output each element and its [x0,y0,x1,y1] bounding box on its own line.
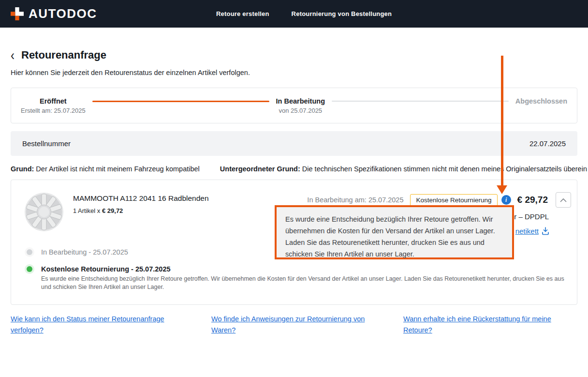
timeline-item-in-bearbeitung: In Bearbeitung - 25.07.2025 [27,248,128,256]
reason-value: Der Artikel ist nicht mit meinem Fahrzeu… [36,165,199,173]
timeline-text: In Bearbeitung - 25.07.2025 [41,248,128,256]
order-date: 22.07.2025 [529,139,566,148]
faq-link[interactable]: Wann erhalte ich eine Rückerstattung für… [403,315,551,334]
return-progress-card: Eröffnet Erstellt am: 25.07.2025 In Bear… [11,88,577,123]
faq-link[interactable]: Wo finde ich Anweisungen zur Retournieru… [211,315,365,334]
reason-sub: Untergeordneter Grund: Die technischen S… [220,165,587,173]
annotation-arrow-head [497,185,507,194]
annotation-arrow-line [501,56,503,185]
return-label-link-text[interactable]: netikett [515,227,539,235]
collapse-button[interactable] [556,192,571,208]
step-label: Eröffnet [40,97,67,105]
autodoc-logo[interactable]: AUTODOC [11,0,97,28]
faq-link-status: Wie kann ich den Status meiner Retourena… [11,314,181,336]
top-navigation-bar: AUTODOC Retoure erstellen Retournierung … [0,0,588,28]
download-icon [542,227,549,235]
info-icon[interactable]: i [501,195,511,205]
nav-retournierung-von-bestellungen[interactable]: Retournierung von Bestellungen [292,10,392,17]
chevron-up-icon [560,198,567,202]
progress-step-abgeschlossen: Abgeschlossen [515,97,567,105]
progress-line-todo [332,101,509,102]
back-icon[interactable]: ‹ [11,48,15,62]
timeline-item-kostenlose-retournierung: Kostenlose Retournierung - 25.07.2025 [27,265,171,273]
step-label: Abgeschlossen [515,97,567,105]
status-date: In Bearbeitung am: 25.07.2025 [307,196,403,204]
nav-retoure-erstellen[interactable]: Retoure erstellen [216,10,269,17]
reason-label: Grund: [11,165,34,173]
autodoc-plus-icon [11,7,24,20]
page-head: ‹ Retourenanfrage [11,49,106,61]
faq-link-anweisungen: Wo finde ich Anweisungen zur Retournieru… [211,314,382,336]
progress-step-in-bearbeitung: In Bearbeitung von 25.07.2025 [276,97,325,114]
timeline-description: Es wurde eine Entscheidung bezüglich Ihr… [41,275,567,291]
top-nav: Retoure erstellen Retournierung von Best… [216,0,392,28]
progress-line-done [92,101,269,102]
page-root: AUTODOC Retoure erstellen Retournierung … [0,0,588,377]
product-image-wheel-cover[interactable] [23,191,65,233]
quantity-prefix: 1 Artikel x [73,207,102,214]
timeline-dot-green [27,266,32,272]
carrier-text-fragment: er – DPDPL [510,212,549,221]
timeline-dot-gray [27,249,32,255]
order-number-label: Bestellnummer [22,139,71,148]
faq-link[interactable]: Wie kann ich den Status meiner Retourena… [11,315,164,334]
reason-main: Grund: Der Artikel ist nicht mit meinem … [11,165,200,173]
item-price: € 29,72 [517,195,548,205]
step-sublabel: von 25.07.2025 [279,107,322,114]
step-label: In Bearbeitung [276,97,325,105]
product-quantity-line: 1 Artikel x € 29,72 [73,207,123,214]
timeline-text: Kostenlose Retournierung - 25.07.2025 [41,265,171,273]
sub-reason-value: Die technischen Spezifikationen stimmen … [302,165,587,173]
faq-link-rueckerstattung: Wann erhalte ich eine Rückerstattung für… [403,314,568,336]
product-name: MAMMOOTH A112 2041 16 Radblenden [73,194,209,203]
brand-wordmark: AUTODOC [29,6,97,21]
page-title: Retourenanfrage [21,49,106,61]
unit-price: € 29,72 [102,207,123,214]
progress-step-eroeffnet: Eröffnet Erstellt am: 25.07.2025 [21,97,86,114]
order-number-bar: Bestellnummer 22.07.2025 [11,131,577,156]
free-return-badge: Kostenlose Retournierung [410,194,497,206]
page-subtitle: Hier können Sie jederzeit den Retourenst… [11,69,250,76]
return-label-link[interactable]: netikett [515,227,549,235]
step-sublabel: Erstellt am: 25.07.2025 [21,107,86,114]
sub-reason-label: Untergeordneter Grund: [220,165,300,173]
info-tooltip: Es wurde eine Entscheidung bezüglich Ihr… [275,205,514,259]
